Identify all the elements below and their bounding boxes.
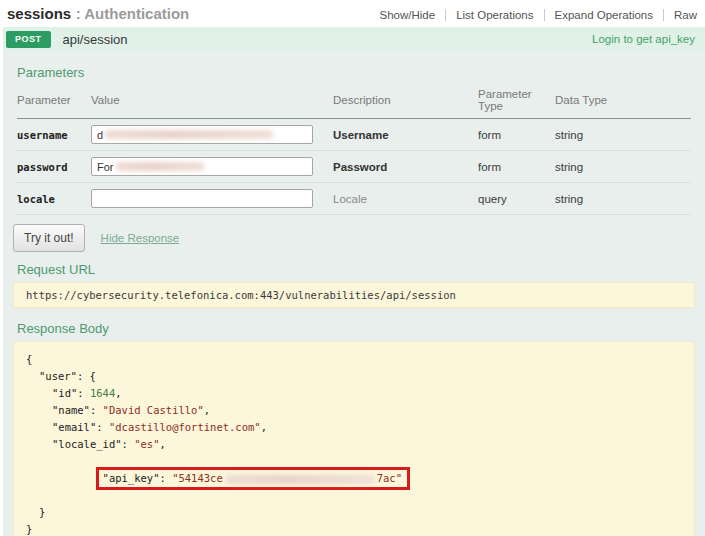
response-body-box: { "user": { "id": 1644, "name": "David C… [13,341,695,536]
table-row-username: username d Username form string [17,119,691,151]
response-body-heading: Response Body [17,321,691,336]
table-row-locale: locale Locale query string [17,183,691,215]
param-description: Locale [333,193,478,205]
redacted-password-blur [116,162,204,171]
json-line-api-key: "api_key": "54143ce7ac" [26,453,682,504]
resource-header: sessions : Authentication Show/Hide List… [0,0,705,27]
parameters-heading: Parameters [17,65,691,80]
json-line: "email": "dcastillo@fortinet.com", [26,419,682,436]
password-value-visible: For [97,161,114,173]
operation-post-api-session: POST api/session Login to get api_key Pa… [3,27,705,536]
col-data-type: Data Type [555,94,691,106]
resource-title: sessions : Authentication [7,5,189,23]
col-parameter-type: Parameter Type [478,88,555,112]
col-parameter: Parameter [17,94,91,106]
try-it-out-button[interactable]: Try it out! [13,224,85,252]
param-type: form [478,161,555,173]
redacted-username-blur [105,130,273,139]
param-name: password [17,161,91,173]
raw-link[interactable]: Raw [664,9,699,21]
json-line: { [26,351,682,368]
operation-header-bar[interactable]: POST api/session Login to get api_key [3,27,705,51]
json-line: "id": 1644, [26,385,682,402]
json-line: "name": "David Castillo", [26,402,682,419]
password-input[interactable]: For [91,157,313,176]
operation-path: api/session [63,32,128,47]
operation-content: Parameters Parameter Value Description P… [3,51,705,536]
request-url-value: https://cybersecurity.telefonica.com:443… [26,289,456,301]
resource-description: : Authentication [76,5,190,22]
actions-row: Try it out! Hide Response [13,224,691,252]
username-input[interactable]: d [91,125,313,144]
param-name: locale [17,193,91,205]
json-line: } [26,504,682,521]
table-row-password: password For Password form string [17,151,691,183]
request-url-box: https://cybersecurity.telefonica.com:443… [13,282,695,308]
param-type: query [478,193,555,205]
login-to-get-apikey-link[interactable]: Login to get api_key [592,33,695,45]
param-data-type: string [555,193,691,205]
param-name: username [17,129,91,141]
list-operations-link[interactable]: List Operations [446,9,543,21]
param-data-type: string [555,129,691,141]
locale-input[interactable] [91,189,313,208]
param-type: form [478,129,555,141]
username-value-visible: d [97,129,103,141]
resource-name: sessions [7,5,71,22]
api-key-red-annotation-box: "api_key": "54143ce7ac" [96,467,410,490]
parameters-table: Parameter Value Description Parameter Ty… [17,85,691,215]
param-description: Password [333,161,478,173]
expand-operations-link[interactable]: Expand Operations [545,9,663,21]
request-url-heading: Request URL [17,262,691,277]
json-line: } [26,521,682,536]
col-description: Description [333,94,478,106]
json-line: "user": { [26,368,682,385]
http-method-badge: POST [6,31,51,48]
param-data-type: string [555,161,691,173]
resource-nav: Show/Hide List Operations Expand Operati… [370,9,699,21]
redacted-api-key-blur [226,475,374,484]
hide-response-link[interactable]: Hide Response [101,232,180,244]
json-line: "locale_id": "es", [26,436,682,453]
col-value: Value [91,94,333,106]
param-description: Username [333,129,478,141]
parameters-table-header: Parameter Value Description Parameter Ty… [17,85,691,119]
show-hide-link[interactable]: Show/Hide [370,9,446,21]
